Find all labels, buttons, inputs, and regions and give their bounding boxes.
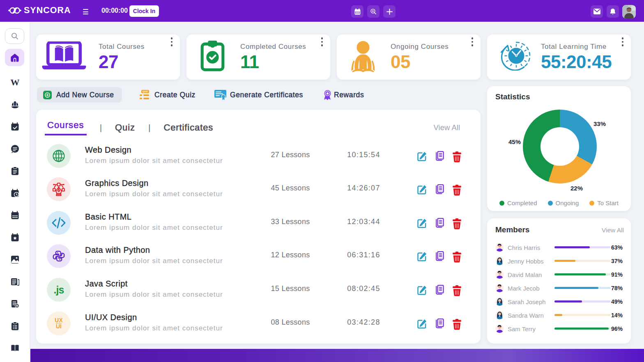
- svg-text:QUIZ: QUIZ: [143, 90, 148, 93]
